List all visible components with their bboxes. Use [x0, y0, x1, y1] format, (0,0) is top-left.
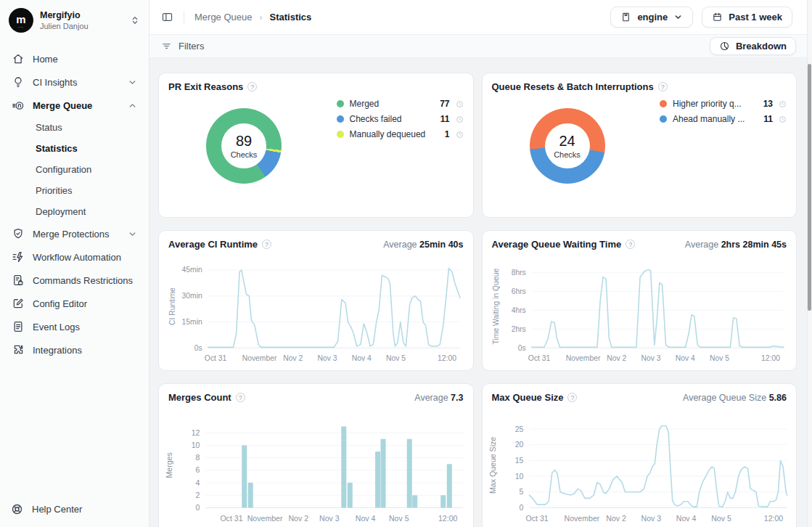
- card-title: Merges Count: [168, 392, 231, 403]
- breadcrumb-separator: ›: [260, 12, 263, 23]
- card-title: PR Exit Reasons: [168, 81, 243, 92]
- svg-text:12: 12: [192, 428, 200, 437]
- svg-text:10: 10: [192, 441, 200, 449]
- svg-text:2hrs: 2hrs: [511, 325, 525, 333]
- sidebar-subitem-configuration[interactable]: Configuration: [7, 159, 142, 180]
- sidebar-item-label: Home: [33, 54, 58, 65]
- svg-text:Nov 3: Nov 3: [641, 514, 661, 523]
- sidebar-subitem-status[interactable]: Status: [7, 117, 142, 138]
- help-icon[interactable]: ?: [658, 82, 668, 91]
- card-max-queue-size: Max Queue Size ? Average Queue Size 5.86…: [482, 383, 797, 527]
- svg-text:25: 25: [514, 425, 523, 433]
- legend-label: Merged: [350, 99, 428, 109]
- sidebar-item-merge-protections[interactable]: Merge Protections: [7, 222, 142, 245]
- legend-item-manually-dequeued[interactable]: Manually dequeued 1: [337, 129, 464, 139]
- legend-item-higher-priority[interactable]: Higher priority q... 13: [660, 99, 787, 109]
- svg-text:6hrs: 6hrs: [511, 287, 525, 295]
- breakdown-button[interactable]: Breakdown: [710, 37, 796, 55]
- workflow-icon: [12, 250, 25, 264]
- sidebar-item-label: Merge Protections: [33, 229, 110, 240]
- queue-resets-donut: 24 Checks: [530, 108, 605, 184]
- date-range-button[interactable]: Past 1 week: [702, 7, 792, 28]
- svg-text:Nov 4: Nov 4: [356, 514, 376, 523]
- clock-icon: [779, 100, 787, 108]
- legend-value: 13: [757, 99, 773, 109]
- sidebar-item-config-editor[interactable]: Config Editor: [7, 292, 142, 315]
- sidebar-subitem-priorities[interactable]: Priorities: [7, 180, 142, 201]
- donut-total-label: Checks: [554, 150, 581, 159]
- help-icon[interactable]: ?: [626, 240, 635, 249]
- engine-select-value: engine: [637, 12, 668, 23]
- svg-text:2: 2: [196, 491, 200, 499]
- svg-text:Nov 5: Nov 5: [386, 354, 406, 362]
- legend-dot: [337, 115, 344, 123]
- sidebar-item-home[interactable]: Home: [7, 47, 142, 70]
- legend-value: 11: [757, 114, 773, 124]
- legend-item-checks-failed[interactable]: Checks failed 11: [337, 114, 464, 124]
- document-icon: [12, 320, 25, 333]
- logo-letter: m: [16, 14, 25, 25]
- lightbulb-icon: [12, 75, 25, 89]
- help-icon[interactable]: ?: [236, 393, 245, 402]
- sidebar-subitem-statistics[interactable]: Statistics: [7, 138, 142, 159]
- filters-label: Filters: [179, 41, 204, 52]
- svg-text:Time Waiting in Queue: Time Waiting in Queue: [492, 269, 500, 345]
- filters-button[interactable]: Filters: [161, 41, 204, 52]
- average-readout: Average Queue Size 5.86: [683, 393, 787, 403]
- svg-text:Nov 4: Nov 4: [352, 354, 372, 362]
- card-average-queue-waiting-time: Average Queue Waiting Time ? Average 2hr…: [482, 230, 797, 371]
- average-readout: Average 25min 40s: [383, 240, 463, 250]
- date-range-value: Past 1 week: [729, 12, 782, 23]
- legend-label: Higher priority q...: [673, 99, 751, 109]
- logo-dots: ...: [18, 24, 24, 28]
- breadcrumb-merge-queue[interactable]: Merge Queue: [194, 12, 253, 23]
- sidebar-toggle-icon[interactable]: [161, 11, 173, 23]
- svg-text:0: 0: [196, 503, 200, 512]
- svg-text:10: 10: [514, 472, 523, 481]
- calendar-icon: [712, 12, 723, 23]
- svg-text:Nov 3: Nov 3: [641, 354, 660, 362]
- legend-dot: [660, 115, 667, 123]
- sidebar-item-event-logs[interactable]: Event Logs: [7, 315, 142, 338]
- clock-icon: [456, 100, 464, 108]
- sidebar-item-ci-insights[interactable]: CI Insights: [7, 70, 142, 94]
- legend-item-merged[interactable]: Merged 77: [337, 99, 464, 109]
- legend-label: Ahead manually ...: [673, 114, 751, 124]
- sidebar-item-workflow-automation[interactable]: Workflow Automation: [7, 245, 142, 269]
- puzzle-icon: [12, 343, 25, 356]
- svg-text:30min: 30min: [182, 292, 202, 300]
- svg-text:Oct 31: Oct 31: [528, 354, 550, 362]
- org-switcher[interactable]: m ... Mergifyio Julien Danjou: [0, 0, 149, 40]
- legend-item-ahead-manually[interactable]: Ahead manually ... 11: [660, 114, 787, 124]
- sidebar-item-integrations[interactable]: Integrations: [7, 338, 142, 361]
- help-icon[interactable]: ?: [247, 82, 257, 91]
- help-icon[interactable]: ?: [262, 240, 271, 249]
- svg-text:November: November: [247, 514, 283, 523]
- sidebar-item-label: Config Editor: [33, 298, 87, 309]
- home-icon: [12, 52, 25, 65]
- legend-dot: [660, 100, 667, 107]
- clock-icon: [456, 131, 464, 139]
- donut-total: 24: [559, 133, 575, 150]
- ci-runtime-chart: 0s15min30min45minOct 31NovemberNov 2Nov …: [163, 258, 467, 367]
- svg-text:0s: 0s: [517, 344, 525, 352]
- sidebar-item-commands-restrictions[interactable]: Commands Restrictions: [7, 269, 142, 292]
- filter-icon: [161, 41, 172, 52]
- svg-text:Nov 5: Nov 5: [389, 514, 409, 523]
- svg-text:15min: 15min: [182, 318, 202, 326]
- pie-chart-icon: [719, 41, 730, 52]
- svg-text:Oct 31: Oct 31: [205, 354, 227, 362]
- engine-select[interactable]: engine: [610, 7, 693, 28]
- pr-exit-donut: 89 Checks: [206, 108, 282, 184]
- scrollbar: [807, 0, 812, 527]
- sidebar-subitem-deployment[interactable]: Deployment: [7, 201, 142, 222]
- svg-text:12:00: 12:00: [438, 354, 456, 362]
- help-center[interactable]: Help Center: [0, 491, 149, 527]
- svg-text:Nov 5: Nov 5: [709, 354, 729, 362]
- sidebar-item-merge-queue[interactable]: Merge Queue: [7, 94, 142, 117]
- svg-text:Nov 2: Nov 2: [607, 354, 626, 362]
- scrollbar-thumb[interactable]: [808, 64, 811, 311]
- help-icon[interactable]: ?: [567, 393, 577, 402]
- org-switcher-icon[interactable]: [130, 15, 140, 25]
- sidebar-nav: Home CI Insights Merge Queue Status Stat…: [0, 40, 149, 491]
